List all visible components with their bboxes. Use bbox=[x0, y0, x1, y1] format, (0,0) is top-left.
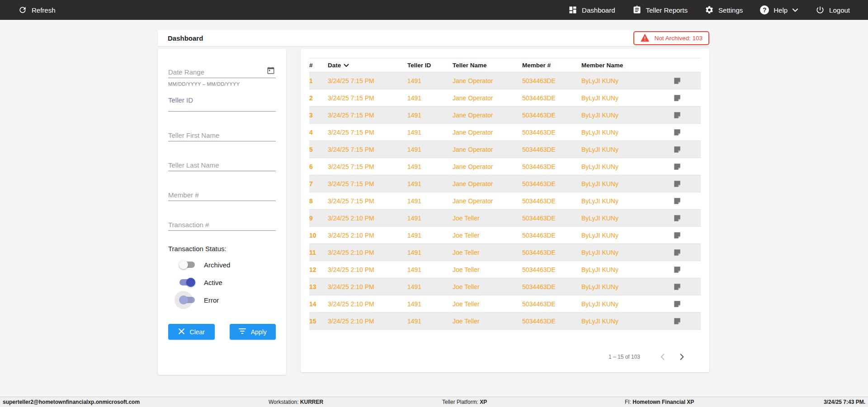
table-row[interactable]: 10 3/24/25 2:10 PM 1491 Joe Teller 50344… bbox=[309, 227, 701, 244]
nav-help[interactable]: ? Help bbox=[760, 5, 798, 14]
row-date: 3/24/25 2:10 PM bbox=[328, 249, 407, 256]
sort-desc-icon bbox=[344, 62, 349, 69]
note-icon[interactable] bbox=[671, 282, 701, 291]
chevron-down-icon bbox=[792, 8, 798, 12]
apply-button[interactable]: Apply bbox=[230, 324, 276, 340]
row-teller-name: Jane Operator bbox=[453, 112, 522, 119]
note-icon[interactable] bbox=[671, 94, 701, 103]
member-number-input[interactable] bbox=[168, 189, 276, 201]
clear-button[interactable]: Clear bbox=[168, 324, 215, 340]
transaction-status-label: Transaction Status: bbox=[168, 245, 276, 253]
apply-button-label: Apply bbox=[251, 328, 267, 336]
table-row[interactable]: 13 3/24/25 2:10 PM 1491 Joe Teller 50344… bbox=[309, 278, 701, 295]
nav-dashboard[interactable]: Dashboard bbox=[568, 5, 615, 14]
note-icon[interactable] bbox=[671, 76, 701, 85]
row-member-name: ByLyJI KUNy bbox=[581, 249, 671, 256]
table-row[interactable]: 8 3/24/25 7:15 PM 1491 Jane Operator 503… bbox=[309, 192, 701, 210]
toggle-thumb bbox=[179, 260, 188, 269]
row-member-name: ByLyJI KUNy bbox=[581, 300, 671, 308]
active-toggle[interactable] bbox=[179, 278, 195, 287]
row-member-name: ByLyJI KUNy bbox=[581, 77, 671, 84]
teller-last-name-input[interactable] bbox=[168, 159, 276, 171]
date-range-input[interactable] bbox=[168, 66, 267, 78]
clear-button-label: Clear bbox=[190, 328, 205, 336]
status-fi: FI: Hometown Financial XP bbox=[625, 399, 694, 405]
calendar-icon[interactable] bbox=[267, 66, 276, 78]
row-teller-id: 1491 bbox=[407, 77, 453, 84]
refresh-label: Refresh bbox=[32, 6, 56, 14]
table-row[interactable]: 5 3/24/25 7:15 PM 1491 Jane Operator 503… bbox=[309, 141, 701, 158]
row-member-number: 5034463DE bbox=[522, 266, 581, 273]
table-row[interactable]: 15 3/24/25 2:10 PM 1491 Joe Teller 50344… bbox=[309, 313, 701, 330]
next-page-button[interactable] bbox=[676, 351, 687, 362]
table-row[interactable]: 3 3/24/25 7:15 PM 1491 Jane Operator 503… bbox=[309, 107, 701, 124]
filter-panel: MM/DD/YYYY – MM/DD/YYYY Transaction Stat… bbox=[158, 49, 286, 375]
table-row[interactable]: 4 3/24/25 7:15 PM 1491 Jane Operator 503… bbox=[309, 124, 701, 141]
transaction-number-input[interactable] bbox=[168, 219, 276, 230]
note-icon[interactable] bbox=[671, 179, 701, 188]
column-header-member-number[interactable]: Member # bbox=[522, 62, 581, 69]
row-number: 3 bbox=[309, 112, 328, 119]
status-bar: superteller2@hometownfinancialxp.onmicro… bbox=[0, 397, 868, 407]
teller-id-input[interactable] bbox=[168, 94, 276, 106]
note-icon[interactable] bbox=[671, 317, 701, 326]
nav-logout[interactable]: Logout bbox=[816, 5, 850, 14]
table-row[interactable]: 7 3/24/25 7:15 PM 1491 Jane Operator 503… bbox=[309, 175, 701, 192]
note-icon[interactable] bbox=[671, 299, 701, 309]
active-toggle-label: Active bbox=[204, 279, 222, 286]
column-header-member-name[interactable]: Member Name bbox=[581, 62, 671, 69]
note-icon[interactable] bbox=[671, 128, 701, 137]
column-header-date[interactable]: Date bbox=[328, 62, 407, 69]
note-icon[interactable] bbox=[671, 111, 701, 120]
teller-last-name-field bbox=[168, 159, 276, 171]
row-number: 1 bbox=[309, 77, 328, 84]
row-member-number: 5034463DE bbox=[522, 146, 581, 153]
archived-toggle[interactable] bbox=[179, 260, 195, 269]
row-date: 3/24/25 7:15 PM bbox=[328, 163, 407, 170]
note-icon[interactable] bbox=[671, 214, 701, 223]
row-date: 3/24/25 2:10 PM bbox=[328, 318, 407, 325]
row-teller-name: Jane Operator bbox=[453, 77, 522, 84]
row-number: 11 bbox=[309, 249, 328, 256]
toggle-thumb bbox=[186, 278, 195, 287]
status-platform: Teller Platform: XP bbox=[442, 399, 487, 405]
table-row[interactable]: 12 3/24/25 2:10 PM 1491 Joe Teller 50344… bbox=[309, 261, 701, 278]
column-header-teller-id[interactable]: Teller ID bbox=[407, 62, 453, 69]
note-icon[interactable] bbox=[671, 162, 701, 171]
row-member-number: 5034463DE bbox=[522, 249, 581, 256]
table-row[interactable]: 11 3/24/25 2:10 PM 1491 Joe Teller 50344… bbox=[309, 244, 701, 261]
column-header-num[interactable]: # bbox=[309, 62, 328, 69]
note-icon[interactable] bbox=[671, 248, 701, 257]
nav-teller-reports[interactable]: Teller Reports bbox=[632, 5, 688, 14]
row-teller-name: Joe Teller bbox=[453, 318, 522, 325]
note-icon[interactable] bbox=[671, 231, 701, 240]
row-teller-id: 1491 bbox=[407, 232, 453, 239]
note-icon[interactable] bbox=[671, 196, 701, 206]
row-number: 4 bbox=[309, 129, 328, 136]
table-row[interactable]: 6 3/24/25 7:15 PM 1491 Jane Operator 503… bbox=[309, 158, 701, 175]
teller-first-name-input[interactable] bbox=[168, 129, 276, 141]
column-header-teller-name[interactable]: Teller Name bbox=[453, 62, 522, 69]
previous-page-button[interactable] bbox=[657, 351, 668, 362]
table-row[interactable]: 2 3/24/25 7:15 PM 1491 Jane Operator 503… bbox=[309, 89, 701, 107]
row-teller-id: 1491 bbox=[407, 129, 453, 136]
row-member-name: ByLyJI KUNy bbox=[581, 112, 671, 119]
table-row[interactable]: 1 3/24/25 7:15 PM 1491 Jane Operator 503… bbox=[309, 72, 701, 89]
note-icon[interactable] bbox=[671, 265, 701, 274]
transaction-number-field bbox=[168, 219, 276, 231]
pagination: 1 – 15 of 103 bbox=[309, 351, 701, 362]
row-number: 15 bbox=[309, 318, 328, 325]
nav-settings-label: Settings bbox=[718, 6, 743, 14]
row-teller-id: 1491 bbox=[407, 215, 453, 222]
error-toggle[interactable] bbox=[179, 295, 195, 304]
nav-settings[interactable]: Settings bbox=[705, 5, 743, 14]
archived-toggle-label: Archived bbox=[204, 261, 230, 269]
not-archived-badge[interactable]: Not Archived: 103 bbox=[633, 31, 709, 45]
row-member-name: ByLyJI KUNy bbox=[581, 232, 671, 239]
row-number: 6 bbox=[309, 163, 328, 170]
toggle-row-archived: Archived bbox=[168, 259, 276, 270]
table-row[interactable]: 9 3/24/25 2:10 PM 1491 Joe Teller 503446… bbox=[309, 210, 701, 227]
table-row[interactable]: 14 3/24/25 2:10 PM 1491 Joe Teller 50344… bbox=[309, 295, 701, 313]
note-icon[interactable] bbox=[671, 145, 701, 154]
refresh-button[interactable]: Refresh bbox=[18, 5, 56, 14]
